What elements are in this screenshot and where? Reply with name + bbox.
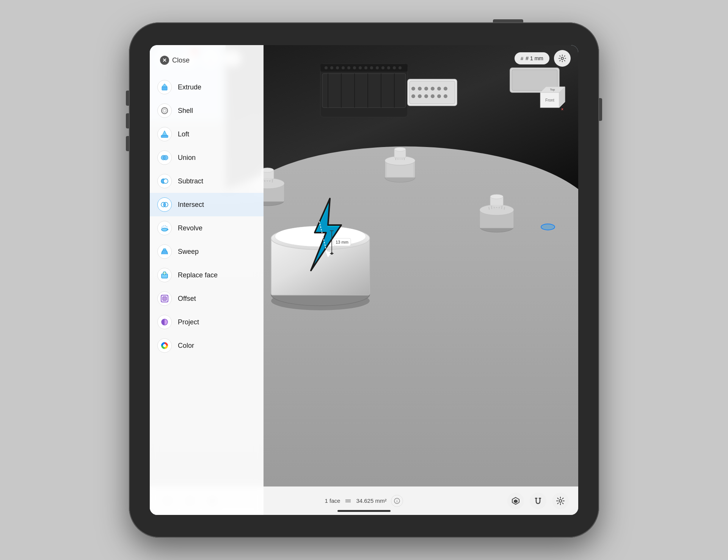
close-button[interactable]: ✕ Close — [155, 53, 194, 68]
revolve-icon — [157, 221, 172, 235]
svg-point-101 — [541, 224, 555, 230]
replaceface-label: Replace face — [178, 271, 218, 279]
silent-button[interactable] — [126, 136, 129, 151]
offset-icon — [157, 291, 172, 306]
svg-point-37 — [437, 94, 441, 98]
svg-point-27 — [411, 87, 415, 91]
snap-value: # 1 mm — [526, 55, 543, 61]
volume-down-button[interactable] — [126, 113, 129, 128]
svg-rect-18 — [322, 74, 406, 108]
subtract-icon — [157, 174, 172, 188]
svg-point-31 — [437, 87, 441, 91]
tablet-frame: Front Top × 13 mm — [129, 22, 599, 538]
sweep-label: Sweep — [178, 248, 199, 256]
loft-label: Loft — [178, 130, 189, 138]
menu-item-loft[interactable]: Loft — [150, 122, 264, 146]
svg-point-133 — [162, 319, 168, 325]
svg-point-65 — [490, 194, 503, 199]
top-bar-right: # # 1 mm — [515, 50, 571, 67]
info-button[interactable]: i — [391, 495, 403, 507]
intersect-icon — [157, 197, 172, 212]
svg-point-29 — [424, 87, 428, 91]
home-indicator — [337, 510, 391, 512]
extrude-icon — [157, 80, 172, 94]
svg-point-125 — [163, 249, 166, 250]
color-icon — [157, 338, 172, 353]
svg-point-36 — [431, 94, 435, 98]
svg-point-123 — [162, 228, 168, 231]
menu-item-union[interactable]: Union — [150, 146, 264, 169]
svg-text:Front: Front — [545, 98, 554, 102]
replaceface-icon — [157, 268, 172, 282]
svg-point-32 — [444, 87, 447, 91]
svg-point-100 — [331, 252, 333, 255]
svg-point-30 — [431, 87, 435, 91]
union-icon — [157, 150, 172, 165]
svg-point-118 — [163, 155, 168, 160]
project-label: Project — [178, 318, 199, 326]
surface-icon — [345, 497, 351, 504]
extrude-label: Extrude — [178, 83, 201, 91]
stack-button[interactable] — [507, 493, 524, 509]
color-label: Color — [178, 342, 194, 350]
loft-icon — [157, 127, 172, 141]
svg-rect-26 — [410, 81, 455, 104]
side-menu: ✕ Close Extrude — [150, 45, 264, 515]
shell-label: Shell — [178, 107, 193, 115]
bottom-right-controls — [507, 493, 569, 509]
svg-text:Top: Top — [550, 88, 555, 91]
menu-item-project[interactable]: Project — [150, 310, 264, 334]
menu-item-subtract[interactable]: Subtract — [150, 169, 264, 193]
menu-item-extrude[interactable]: Extrude — [150, 75, 264, 99]
svg-rect-111 — [162, 87, 167, 90]
svg-point-28 — [418, 87, 422, 91]
svg-marker-112 — [162, 84, 167, 87]
face-count: 1 face — [325, 497, 340, 504]
svg-point-114 — [163, 109, 166, 112]
magnet-button[interactable] — [530, 493, 546, 509]
sweep-icon — [157, 244, 172, 259]
menu-item-shell[interactable]: Shell — [150, 99, 264, 122]
tablet-screen: Front Top × 13 mm — [150, 45, 578, 515]
bottom-center-info: 1 face 34.625 mm² i — [325, 495, 403, 507]
shell-icon — [157, 103, 172, 118]
svg-point-52 — [394, 147, 406, 151]
menu-item-color[interactable]: Color — [150, 334, 264, 357]
menu-item-replaceface[interactable]: Replace face — [150, 263, 264, 287]
settings-bottom-button[interactable] — [552, 493, 569, 509]
svg-point-33 — [411, 94, 415, 98]
close-label: Close — [172, 56, 190, 64]
subtract-label: Subtract — [178, 177, 203, 185]
svg-text:i: i — [397, 499, 398, 503]
svg-rect-131 — [163, 297, 166, 300]
svg-text:×: × — [561, 107, 563, 111]
svg-text:13 mm: 13 mm — [336, 240, 348, 244]
offset-label: Offset — [178, 295, 196, 303]
svg-marker-147 — [514, 499, 518, 503]
settings-top-button[interactable] — [554, 50, 571, 67]
svg-point-150 — [559, 499, 562, 502]
svg-point-113 — [162, 108, 168, 114]
top-button[interactable] — [493, 19, 523, 22]
close-x-icon: ✕ — [160, 56, 169, 65]
menu-item-offset[interactable]: Offset — [150, 287, 264, 310]
snap-button[interactable]: # # 1 mm — [515, 52, 549, 64]
revolve-label: Revolve — [178, 224, 202, 232]
svg-rect-115 — [161, 135, 168, 138]
intersect-label: Intersect — [178, 201, 204, 209]
svg-point-135 — [163, 344, 166, 347]
project-icon — [157, 315, 172, 329]
svg-point-120 — [163, 179, 168, 183]
menu-item-revolve[interactable]: Revolve — [150, 216, 264, 240]
svg-point-34 — [418, 94, 422, 98]
menu-item-sweep[interactable]: Sweep — [150, 240, 264, 263]
svg-marker-116 — [162, 131, 167, 135]
svg-point-35 — [424, 94, 428, 98]
volume-up-button[interactable] — [126, 91, 129, 106]
union-label: Union — [178, 154, 196, 162]
menu-item-intersect[interactable]: Intersect — [150, 193, 264, 216]
power-button[interactable] — [599, 98, 602, 121]
svg-point-110 — [561, 57, 563, 59]
surface-area: 34.625 mm² — [356, 497, 386, 504]
svg-point-38 — [444, 94, 447, 98]
